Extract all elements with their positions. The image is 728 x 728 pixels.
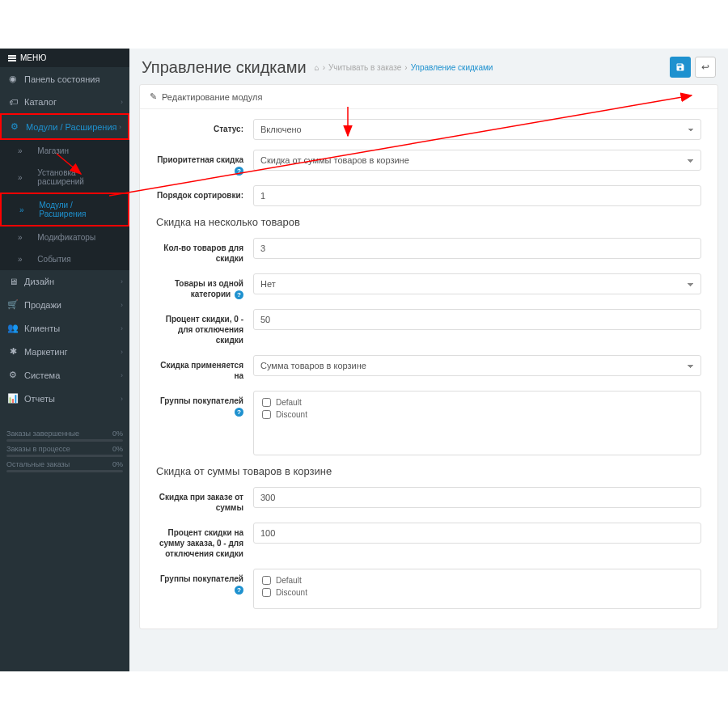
share-icon: ✱: [8, 346, 18, 357]
sidebar-sub-shop[interactable]: » Магазин: [0, 140, 129, 162]
head-actions: ↩: [670, 57, 716, 78]
row-status: Статус: Включено: [156, 119, 701, 140]
checkbox-label: Default: [276, 398, 302, 407]
bullet-icon: »: [18, 255, 23, 264]
bullet-icon: »: [19, 205, 24, 214]
dashboard-icon: ◉: [8, 74, 18, 84]
cart-pct-input[interactable]: [253, 523, 701, 544]
reply-icon: ↩: [701, 61, 709, 73]
stat-other: Остальные заказы0%: [6, 460, 123, 468]
from-sum-input[interactable]: [253, 487, 701, 508]
sidebar-item-label: Установка расширений: [37, 168, 121, 186]
group-discount-row-2[interactable]: Discount: [262, 588, 692, 597]
home-icon[interactable]: ⌂: [315, 63, 320, 72]
row-sort: Порядок сортировки:: [156, 185, 701, 206]
group-default-checkbox[interactable]: [262, 398, 271, 407]
chevron-right-icon: ›: [121, 98, 123, 106]
group-default-row[interactable]: Default: [262, 398, 692, 407]
sidebar-item-catalog[interactable]: 🏷Каталог›: [0, 91, 129, 113]
panel-body: Статус: Включено Приоритетная скидка ? С…: [140, 109, 717, 629]
applies-select[interactable]: Сумма товаров в корзине: [253, 355, 701, 376]
panel-title: Редактирование модуля: [162, 92, 262, 102]
group-default-row-2[interactable]: Default: [262, 576, 692, 585]
qty-input[interactable]: [253, 238, 701, 259]
pencil-icon: ✎: [150, 91, 157, 102]
status-label: Статус:: [156, 119, 253, 134]
row-qty: Кол-во товаров для скидки: [156, 238, 701, 264]
back-button[interactable]: ↩: [695, 57, 716, 78]
sidebar-item-label: Модули / Расширения: [39, 201, 120, 218]
from-sum-label: Скидка при заказе от суммы: [156, 487, 253, 513]
tag-icon: 🏷: [8, 97, 18, 107]
sort-input[interactable]: [253, 185, 701, 206]
same-cat-label: Товары из одной категории ?: [156, 273, 253, 299]
status-select[interactable]: Включено: [253, 119, 701, 140]
sidebar-item-label: События: [37, 255, 70, 264]
sidebar-submenu: » Магазин » Установка расширений » Модул…: [0, 140, 129, 270]
group-default-checkbox-2[interactable]: [262, 576, 271, 585]
help-icon[interactable]: ?: [235, 586, 243, 595]
sidebar-sub-events[interactable]: » События: [0, 248, 129, 270]
chevron-right-icon: ›: [121, 348, 123, 356]
stat-bar: [6, 470, 123, 472]
breadcrumb: ⌂ › Учитывать в заказе › Управление скид…: [315, 63, 493, 72]
row-groups: Группы покупателей ? Default Discount: [156, 391, 701, 455]
groups-box-2: Default Discount: [253, 569, 701, 609]
bars-icon: [8, 55, 16, 61]
stat-value: 0%: [112, 460, 123, 468]
sidebar-sub-modules[interactable]: » Модули / Расширения: [0, 193, 129, 226]
help-icon[interactable]: ?: [235, 408, 243, 417]
row-applies: Скидка применяется на Сумма товаров в ко…: [156, 355, 701, 381]
sidebar-item-design[interactable]: 🖥Дизайн›: [0, 270, 129, 293]
group-discount-checkbox-2[interactable]: [262, 588, 271, 597]
sidebar-item-customers[interactable]: 👥Клиенты›: [0, 316, 129, 340]
chevron-right-icon: ›: [121, 277, 123, 286]
save-button[interactable]: [670, 57, 691, 78]
breadcrumb-item[interactable]: Учитывать в заказе: [328, 63, 401, 72]
qty-label: Кол-во товаров для скидки: [156, 238, 253, 264]
sort-label: Порядок сортировки:: [156, 185, 253, 201]
row-priority: Приоритетная скидка ? Скидка от суммы то…: [156, 150, 701, 176]
sidebar-item-marketing[interactable]: ✱Маркетинг›: [0, 340, 129, 363]
sidebar-item-sales[interactable]: 🛒Продажи›: [0, 293, 129, 316]
row-from-sum: Скидка при заказе от суммы: [156, 487, 701, 513]
group-discount-row[interactable]: Discount: [262, 410, 692, 419]
help-icon[interactable]: ?: [235, 290, 243, 299]
help-icon[interactable]: ?: [235, 167, 243, 176]
pct-input[interactable]: [253, 309, 701, 330]
sidebar-item-label: Клиенты: [24, 324, 60, 333]
cart-icon: 🛒: [8, 299, 18, 310]
chevron-right-icon: ›: [121, 395, 123, 403]
sidebar-item-label: Магазин: [37, 146, 69, 155]
same-cat-select[interactable]: Нет: [253, 273, 701, 294]
breadcrumb-sep: ›: [404, 63, 407, 72]
priority-select[interactable]: Скидка от суммы товаров в корзине: [253, 150, 701, 171]
section-multi-title: Скидка на несколько товаров: [156, 216, 701, 228]
save-icon: [675, 62, 685, 72]
stat-label: Остальные заказы: [6, 460, 70, 468]
sidebar-item-dashboard[interactable]: ◉Панель состояния: [0, 67, 129, 91]
sidebar-item-label: Модули / Расширения: [26, 122, 117, 132]
sidebar-item-label: Система: [24, 370, 60, 380]
sidebar-item-reports[interactable]: 📊Отчеты›: [0, 387, 129, 410]
sidebar-sub-modifiers[interactable]: » Модификаторы: [0, 226, 129, 248]
sidebar-item-system[interactable]: ⚙Система›: [0, 363, 129, 387]
breadcrumb-current[interactable]: Управление скидками: [411, 63, 493, 72]
sidebar-item-label: Каталог: [24, 97, 57, 107]
checkbox-label: Discount: [276, 588, 307, 597]
menu-header: МЕНЮ: [0, 49, 129, 67]
chevron-right-icon: ›: [121, 324, 123, 332]
chevron-right-icon: ›: [119, 123, 121, 131]
bullet-icon: »: [18, 233, 23, 242]
sidebar-item-modules[interactable]: ⚙Модули / Расширения›: [0, 113, 129, 140]
groups-label: Группы покупателей ?: [156, 391, 253, 417]
sidebar-item-label: Маркетинг: [24, 347, 67, 357]
chevron-right-icon: ›: [121, 301, 123, 309]
row-same-cat: Товары из одной категории ? Нет: [156, 273, 701, 299]
stat-value: 0%: [112, 430, 123, 438]
sidebar-sub-install[interactable]: » Установка расширений: [0, 162, 129, 193]
chart-icon: 📊: [8, 393, 18, 404]
group-discount-checkbox[interactable]: [262, 410, 271, 419]
sidebar-item-label: Панель состояния: [24, 74, 99, 84]
bullet-icon: »: [18, 146, 23, 155]
